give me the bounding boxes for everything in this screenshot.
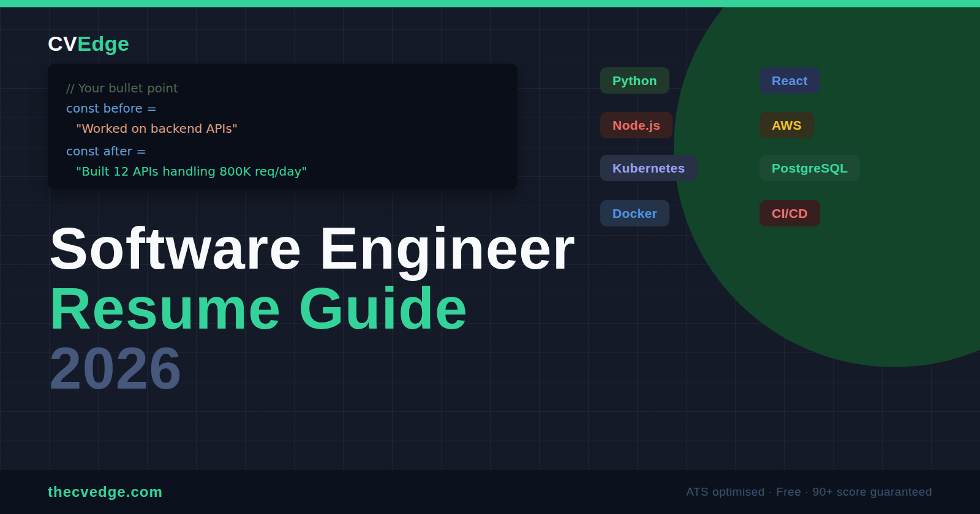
headline-line-2: Resume Guide (49, 278, 576, 338)
headline: Software Engineer Resume Guide 2026 (49, 218, 576, 398)
code-snippet-card: // Your bullet point const before = "Wor… (48, 64, 518, 190)
footer-tagline: ATS optimised · Free · 90+ score guarant… (686, 470, 932, 514)
code-after-label: const after = (66, 141, 499, 162)
resume-guide-banner: CVEdge // Your bullet point const before… (0, 0, 980, 514)
skill-badge-python: Python (600, 67, 669, 94)
headline-year: 2026 (49, 338, 576, 398)
decorative-circle (674, 0, 980, 367)
skill-badge-aws: AWS (760, 112, 814, 138)
headline-line-1: Software Engineer (49, 218, 576, 278)
code-after-value: "Built 12 APIs handling 800K req/day" (66, 162, 499, 182)
code-comment-line: // Your bullet point (66, 78, 499, 99)
brand-logo-edge: Edge (77, 32, 129, 55)
brand-logo-cv: CV (48, 32, 77, 55)
code-before-value: "Worked on backend APIs" (66, 119, 499, 139)
skill-badge-kubernetes: Kubernetes (600, 155, 698, 181)
top-accent-bar (0, 0, 980, 7)
skill-badge-react: React (760, 67, 820, 94)
footer-bar: thecvedge.com ATS optimised · Free · 90+… (0, 470, 980, 514)
skill-badge-postgresql: PostgreSQL (760, 155, 860, 181)
skill-badge-ci-cd: CI/CD (760, 200, 820, 226)
skill-badge-node-js: Node.js (600, 112, 673, 138)
skill-badge-docker: Docker (600, 200, 669, 226)
site-url: thecvedge.com (48, 470, 163, 514)
code-before-label: const before = (66, 99, 499, 119)
brand-logo: CVEdge (48, 32, 129, 56)
